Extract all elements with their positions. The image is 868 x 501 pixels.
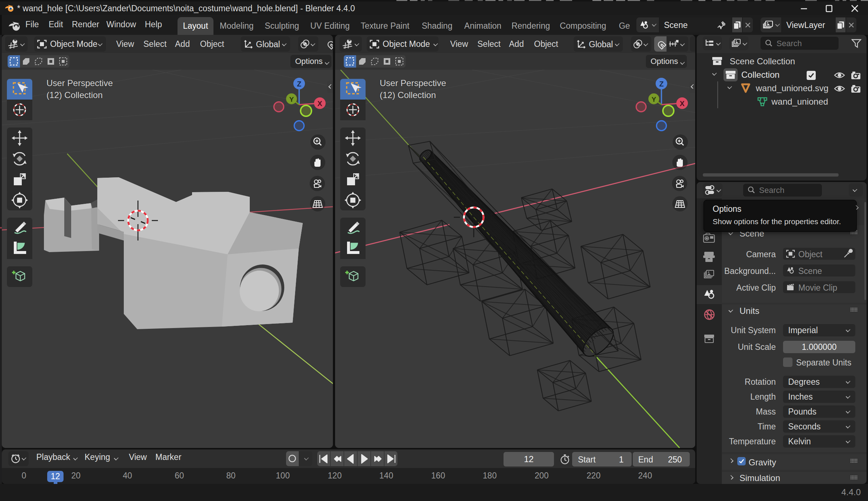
svg-text:X: X	[680, 100, 685, 108]
svg-text:Z: Z	[659, 80, 664, 88]
svg-text:Y: Y	[652, 96, 656, 103]
svg-text:Y: Y	[289, 96, 294, 103]
svg-text:X: X	[317, 100, 322, 108]
svg-text:Z: Z	[297, 80, 301, 88]
